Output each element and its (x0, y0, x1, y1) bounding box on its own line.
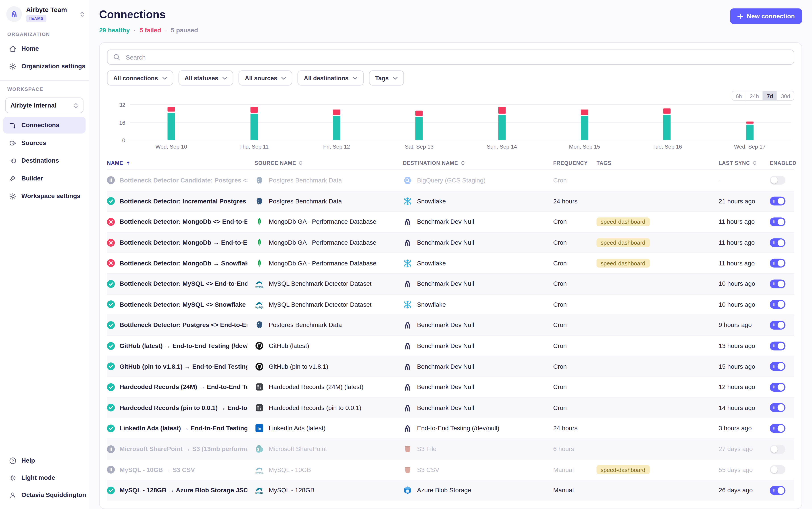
connection-name: MySQL - 10GB → S3 CSV (120, 466, 195, 473)
sidebar-item-builder[interactable]: Builder (3, 170, 86, 187)
sidebar-item-connections[interactable]: Connections (3, 117, 86, 134)
sidebar-item-workspace-settings[interactable]: Workspace settings (3, 188, 86, 205)
connection-name: Hardcoded Records (24M) → End-to-End Te.… (120, 383, 247, 391)
enabled-toggle[interactable] (770, 486, 785, 495)
table-row[interactable]: Bottleneck Detector Candidate: Postgres … (107, 170, 794, 191)
source-name: MongoDb GA - Performance Database (269, 218, 376, 226)
enabled-toggle[interactable] (770, 341, 785, 350)
source-name: MySQL Benchmark Detector Dataset (269, 301, 371, 308)
connection-name: LinkedIn Ads (latest) → End-to-End Testi… (120, 425, 247, 432)
filter-all-statuses[interactable]: All statuses (178, 70, 233, 86)
enabled-toggle[interactable] (770, 445, 785, 453)
table-row[interactable]: Bottleneck Detector: Postgres <> End-to-… (107, 314, 794, 335)
postgres-icon (255, 197, 264, 206)
frequency: Manual (553, 466, 596, 473)
enabled-toggle[interactable] (770, 259, 785, 268)
time-range-7d[interactable]: 7d (762, 91, 777, 100)
sidebar-item-light-mode[interactable]: Light mode (3, 469, 86, 486)
destination-name: Benchmark Dev Null (417, 239, 474, 246)
enabled-toggle[interactable] (770, 465, 785, 474)
airbyte-logo-icon (6, 6, 22, 22)
sidebar-item-sources[interactable]: Sources (3, 135, 86, 151)
table-row[interactable]: LinkedIn Ads (latest) → End-to-End Testi… (107, 418, 794, 439)
sidebar-item-label: Connections (22, 122, 59, 129)
column-header-last-sync[interactable]: LAST SYNC (719, 160, 770, 166)
search-box (107, 49, 794, 65)
table-row[interactable]: Bottleneck Detector: MongoDb → End-to-En… (107, 232, 794, 253)
svg-text:MySQL: MySQL (255, 306, 264, 309)
org-name: Airbyte Team (26, 6, 76, 13)
enabled-toggle[interactable] (770, 197, 785, 206)
column-header-name[interactable]: NAME (107, 160, 255, 166)
sidebar-item-home[interactable]: Home (3, 40, 86, 57)
time-range-6h[interactable]: 6h (732, 91, 746, 100)
enabled-toggle[interactable] (770, 383, 785, 392)
table-row[interactable]: Microsoft SharePoint → S3 (13mb performa… (107, 439, 794, 459)
table-row[interactable]: Hardcoded Records (24M) → End-to-End Te.… (107, 376, 794, 397)
page-header: Connections 29 healthy · 5 failed · 5 pa… (99, 8, 802, 34)
airbyte-icon (403, 403, 412, 412)
frequency: 24 hours (553, 198, 596, 205)
enabled-toggle[interactable] (770, 300, 785, 309)
home-icon (9, 45, 17, 53)
search-icon (113, 53, 121, 61)
destination-icon (9, 157, 17, 165)
enabled-toggle[interactable] (770, 176, 785, 185)
workspace-selector[interactable]: Airbyte Internal (5, 98, 84, 113)
connection-name: Bottleneck Detector Candidate: Postgres … (120, 177, 247, 184)
table-row[interactable]: Hardcoded Records (pin to 0.0.1) → End-t… (107, 397, 794, 418)
enabled-toggle[interactable] (770, 217, 785, 227)
time-range-30d[interactable]: 30d (777, 91, 794, 100)
filter-all-connections[interactable]: All connections (107, 70, 173, 86)
table-row[interactable]: Bottleneck Detector: MySQL <> SnowflakeM… (107, 294, 794, 315)
connection-name: Bottleneck Detector: MongoDb → Snowflake (120, 260, 247, 267)
sidebar-item-user[interactable]: Octavia Squiddington (3, 486, 86, 503)
filter-label: All sources (245, 75, 277, 81)
svg-text:MySQL: MySQL (255, 492, 264, 495)
search-input[interactable] (125, 53, 788, 61)
hardcoded-icon (255, 403, 264, 412)
column-header-destination-name[interactable]: DESTINATION NAME (403, 160, 553, 166)
table-row[interactable]: GitHub (latest) → End-to-End Testing (/d… (107, 335, 794, 356)
table-row[interactable]: MySQL - 128GB → Azure Blob Storage JSOn … (107, 480, 794, 501)
filter-tags[interactable]: Tags (369, 70, 404, 86)
source-icon (9, 139, 17, 147)
table-row[interactable]: Bottleneck Detector: MongoDb → Snowflake… (107, 253, 794, 273)
hardcoded-icon (255, 382, 264, 392)
dot-separator: · (165, 27, 167, 34)
destination-name: Benchmark Dev Null (417, 321, 474, 329)
table-row[interactable]: Bottleneck Detector: MySQL <> End-to-End… (107, 273, 794, 294)
airbyte-icon (403, 424, 412, 433)
filter-all-destinations[interactable]: All destinations (297, 70, 364, 86)
last-sync: 10 hours ago (719, 280, 770, 287)
enabled-toggle[interactable] (770, 279, 785, 289)
table-row[interactable]: Bottleneck Detector: Incremental Postgre… (107, 191, 794, 211)
table-row[interactable]: Bottleneck Detector: MongoDb <> End-to-E… (107, 211, 794, 232)
destination-name: Snowflake (417, 301, 446, 308)
source-name: MongoDb GA - Performance Database (269, 260, 376, 267)
svg-text:MySQL: MySQL (255, 285, 264, 288)
table-row[interactable]: GitHub (pin to v1.8.1) → End-to-End Test… (107, 356, 794, 376)
sidebar-item-help[interactable]: ? Help (3, 452, 86, 469)
last-sync: 12 hours ago (719, 383, 770, 391)
source-name: GitHub (pin to v1.8.1) (269, 363, 328, 370)
enabled-toggle[interactable] (770, 238, 785, 247)
org-switcher[interactable]: Airbyte Team TEAMS (0, 4, 89, 26)
sidebar-item-organization-settings[interactable]: Organization settings (3, 58, 86, 75)
sidebar-item-destinations[interactable]: Destinations (3, 152, 86, 169)
enabled-toggle[interactable] (770, 403, 785, 412)
enabled-toggle[interactable] (770, 424, 785, 433)
connection-name: Bottleneck Detector: MySQL <> End-to-End… (120, 280, 247, 287)
mysql-icon: MySQL (255, 465, 264, 474)
filter-all-sources[interactable]: All sources (238, 70, 292, 86)
filter-label: All destinations (304, 75, 349, 81)
enabled-toggle[interactable] (770, 321, 785, 330)
connection-name: Hardcoded Records (pin to 0.0.1) → End-t… (120, 404, 247, 411)
time-range-24h[interactable]: 24h (746, 91, 762, 100)
table-row[interactable]: MySQL - 10GB → S3 CSVMySQLMySQL - 10GBS3… (107, 459, 794, 480)
tag-badge: speed-dashboard (596, 217, 650, 227)
column-header-source-name[interactable]: SOURCE NAME (255, 160, 403, 166)
enabled-toggle[interactable] (770, 362, 785, 371)
last-sync: 13 hours ago (719, 342, 770, 349)
new-connection-button[interactable]: New connection (730, 8, 802, 24)
